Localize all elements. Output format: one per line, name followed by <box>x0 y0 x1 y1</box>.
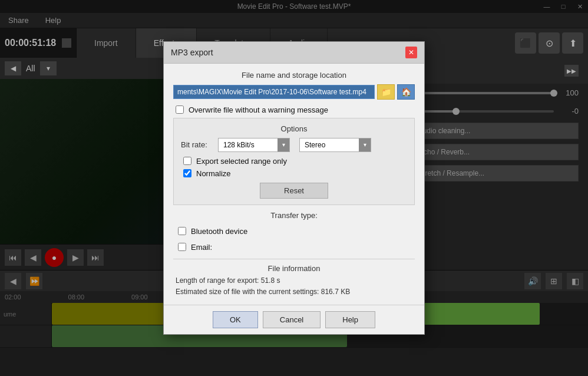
reset-btn[interactable]: Reset <box>260 183 328 199</box>
mp3-export-dialog: MP3 export ✕ File name and storage locat… <box>163 41 425 335</box>
help-btn[interactable]: Help <box>325 311 375 328</box>
email-label: Email: <box>191 243 212 252</box>
cancel-btn[interactable]: Cancel <box>263 311 321 328</box>
transfer-title: Transfer type: <box>173 211 415 220</box>
dialog-close-btn[interactable]: ✕ <box>405 47 417 58</box>
file-path-input[interactable] <box>173 85 375 99</box>
dialog-titlebar: MP3 export ✕ <box>164 42 424 64</box>
file-info-text: Length of range for export: 51.8 s Estim… <box>173 275 415 298</box>
bitrate-select[interactable]: 128 kBit/s ▾ <box>218 138 290 152</box>
file-storage-title: File name and storage location <box>173 71 415 80</box>
bitrate-arrow-icon[interactable]: ▾ <box>278 138 289 151</box>
folder-btn[interactable]: 📁 <box>377 84 395 100</box>
email-checkbox[interactable] <box>178 243 186 251</box>
bitrate-value: 128 kBit/s <box>219 140 278 150</box>
overwrite-checkbox[interactable] <box>176 105 184 114</box>
normalize-label: Normalize <box>196 169 231 178</box>
options-title: Options <box>181 124 407 133</box>
dialog-overlay: MP3 export ✕ File name and storage locat… <box>0 0 588 376</box>
file-storage-section: File name and storage location 📁 🏠 Overw… <box>173 71 415 114</box>
bluetooth-label: Bluetooth device <box>191 227 247 236</box>
normalize-checkbox[interactable] <box>183 169 191 177</box>
stereo-value: Stereo <box>300 140 359 150</box>
stereo-select[interactable]: Stereo ▾ <box>299 138 371 152</box>
dialog-title: MP3 export <box>171 48 213 57</box>
export-range-checkbox[interactable] <box>183 157 191 165</box>
bluetooth-checkbox[interactable] <box>178 227 186 235</box>
transfer-section: Transfer type: Bluetooth device Email: <box>173 211 415 254</box>
overwrite-label: Overwrite file without a warning message <box>189 105 328 114</box>
file-info-length: Length of range for export: 51.8 s <box>176 275 412 286</box>
bitrate-label: Bit rate: <box>181 140 213 149</box>
file-info-section: File information Length of range for exp… <box>173 259 415 298</box>
export-range-label: Export selected range only <box>196 157 287 166</box>
file-info-size: Estimated size of file with the current … <box>176 286 412 298</box>
stereo-arrow-icon[interactable]: ▾ <box>359 138 371 151</box>
file-info-title: File information <box>173 264 415 273</box>
options-section: Options Bit rate: 128 kBit/s ▾ Stereo ▾ … <box>173 118 415 205</box>
ok-btn[interactable]: OK <box>213 311 258 328</box>
dialog-footer: OK Cancel Help <box>164 305 424 334</box>
home-btn[interactable]: 🏠 <box>397 84 415 100</box>
